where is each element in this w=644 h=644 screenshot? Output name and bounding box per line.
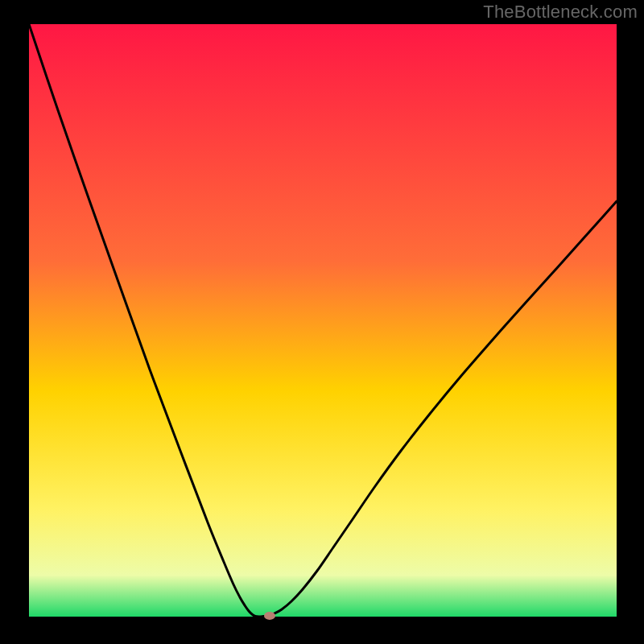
current-config-marker [264, 612, 275, 620]
plot-area [29, 24, 617, 617]
chart-container: { "watermark": "TheBottleneck.com", "col… [0, 0, 644, 644]
watermark-text: TheBottleneck.com [483, 2, 638, 23]
bottleneck-chart [0, 0, 644, 644]
